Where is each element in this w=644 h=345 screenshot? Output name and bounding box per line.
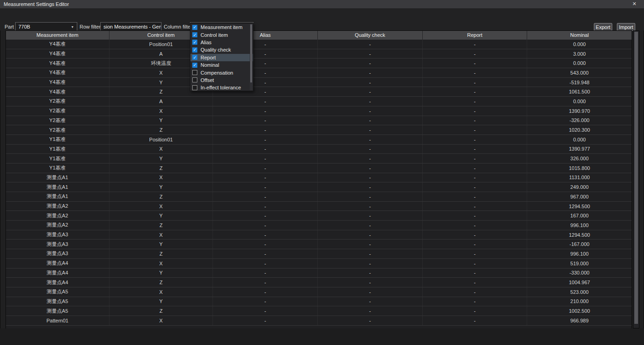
table-cell[interactable]: 测量点A4 (6, 259, 109, 268)
table-cell[interactable]: - (423, 164, 528, 173)
table-cell[interactable]: - (318, 287, 423, 297)
table-cell[interactable]: X (109, 230, 213, 240)
table-cell[interactable]: - (423, 297, 528, 306)
table-cell[interactable]: - (213, 259, 318, 268)
table-cell[interactable]: 测量点A5 (6, 306, 109, 316)
table-cell[interactable]: Y (109, 116, 213, 125)
table-cell[interactable]: - (213, 97, 318, 106)
table-cell[interactable]: - (213, 278, 318, 287)
table-cell[interactable]: 1004.967 (527, 278, 632, 287)
table-cell[interactable]: - (318, 173, 423, 182)
scrollbar-thumb[interactable] (634, 32, 638, 324)
table-cell[interactable]: - (318, 269, 423, 278)
table-cell[interactable]: - (423, 287, 528, 297)
part-select[interactable]: 770B ▼ (15, 22, 77, 31)
table-cell[interactable]: Z (109, 306, 213, 316)
table-cell[interactable]: - (318, 211, 423, 220)
table-cell[interactable]: - (318, 202, 423, 211)
row-filter-select[interactable]: sion Measurements - General ▼ (100, 22, 161, 31)
table-cell[interactable]: 测量点A4 (6, 278, 109, 287)
column-filter-option[interactable]: Offset (190, 76, 253, 84)
table-cell[interactable]: Position01 (109, 135, 213, 144)
checkbox-checked-icon[interactable]: ✓ (192, 40, 197, 45)
table-cell[interactable]: Pattern01 (6, 316, 109, 325)
table-cell[interactable]: - (423, 269, 528, 278)
table-cell[interactable]: 523.000 (527, 287, 632, 297)
table-cell[interactable]: 1061.500 (527, 87, 632, 96)
table-cell[interactable]: - (423, 78, 528, 87)
table-cell[interactable]: 326.000 (527, 154, 632, 163)
table-cell[interactable]: - (318, 125, 423, 134)
table-cell[interactable]: - (213, 145, 318, 154)
table-cell[interactable]: - (318, 221, 423, 230)
table-cell[interactable]: - (318, 306, 423, 316)
table-cell[interactable]: 测量点A4 (6, 269, 109, 278)
table-cell[interactable]: 测量点A3 (6, 240, 109, 249)
checkbox-checked-icon[interactable]: ✓ (192, 63, 197, 68)
table-cell[interactable]: 1294.500 (527, 202, 632, 211)
table-cell[interactable]: X (109, 202, 213, 211)
table-cell[interactable]: 测量点A3 (6, 230, 109, 240)
table-cell[interactable]: 测量点A1 (6, 173, 109, 182)
table-cell[interactable]: - (423, 125, 528, 134)
table-cell[interactable]: - (318, 87, 423, 96)
checkbox-unchecked-icon[interactable] (192, 85, 197, 90)
checkbox-unchecked-icon[interactable] (192, 77, 197, 82)
table-cell[interactable]: Y2基准 (6, 106, 109, 116)
table-cell[interactable]: 1002.500 (527, 306, 632, 316)
table-scrollbar[interactable] (633, 30, 639, 328)
table-cell[interactable]: Y2基准 (6, 116, 109, 125)
table-cell[interactable]: - (423, 306, 528, 316)
column-header[interactable]: Report (423, 31, 528, 40)
table-cell[interactable]: X (109, 106, 213, 116)
checkbox-checked-icon[interactable]: ✓ (192, 32, 197, 37)
table-cell[interactable]: - (423, 230, 528, 240)
table-cell[interactable]: 966.989 (527, 316, 632, 325)
table-cell[interactable]: - (213, 306, 318, 316)
table-cell[interactable]: - (423, 202, 528, 211)
table-cell[interactable]: - (423, 68, 528, 77)
table-cell[interactable]: Z (109, 249, 213, 258)
table-cell[interactable]: - (423, 116, 528, 125)
table-cell[interactable]: - (213, 230, 318, 240)
table-cell[interactable]: - (318, 116, 423, 125)
table-cell[interactable]: - (213, 249, 318, 258)
table-cell[interactable]: X (109, 287, 213, 297)
popup-scrollbar-thumb[interactable] (250, 24, 252, 82)
table-cell[interactable]: Y (109, 211, 213, 220)
table-cell[interactable]: -330.000 (527, 269, 632, 278)
table-cell[interactable]: Z (109, 192, 213, 201)
import-button[interactable]: Import (617, 23, 635, 31)
table-cell[interactable]: - (318, 278, 423, 287)
table-cell[interactable]: 测量点A2 (6, 202, 109, 211)
table-cell[interactable]: Z (109, 164, 213, 173)
table-cell[interactable]: Y4基准 (6, 87, 109, 96)
checkbox-checked-icon[interactable]: ✓ (192, 25, 197, 30)
table-cell[interactable]: - (213, 211, 318, 220)
table-cell[interactable]: - (318, 68, 423, 77)
table-cell[interactable]: - (213, 316, 318, 325)
table-cell[interactable]: Y1基准 (6, 154, 109, 163)
table-cell[interactable]: X (109, 145, 213, 154)
column-filter-option[interactable]: ✓Alias (190, 39, 253, 46)
table-cell[interactable]: - (423, 192, 528, 201)
table-cell[interactable]: - (423, 278, 528, 287)
table-cell[interactable]: Z (109, 221, 213, 230)
table-cell[interactable]: - (213, 287, 318, 297)
table-cell[interactable]: 1294.500 (527, 230, 632, 240)
table-cell[interactable]: Y4基准 (6, 78, 109, 87)
table-cell[interactable]: 1390.970 (527, 106, 632, 116)
table-cell[interactable]: 测量点A2 (6, 211, 109, 220)
table-cell[interactable]: X (109, 259, 213, 268)
table-cell[interactable]: Y2基准 (6, 125, 109, 134)
table-cell[interactable]: A (109, 97, 213, 106)
table-cell[interactable]: Y4基准 (6, 68, 109, 77)
checkbox-unchecked-icon[interactable] (192, 70, 197, 75)
table-cell[interactable]: Y (109, 297, 213, 306)
table-cell[interactable]: - (423, 211, 528, 220)
table-cell[interactable]: - (318, 164, 423, 173)
table-cell[interactable]: - (318, 106, 423, 116)
table-cell[interactable]: 3.000 (527, 49, 632, 58)
table-cell[interactable]: Y4基准 (6, 40, 109, 49)
table-cell[interactable]: - (318, 249, 423, 258)
